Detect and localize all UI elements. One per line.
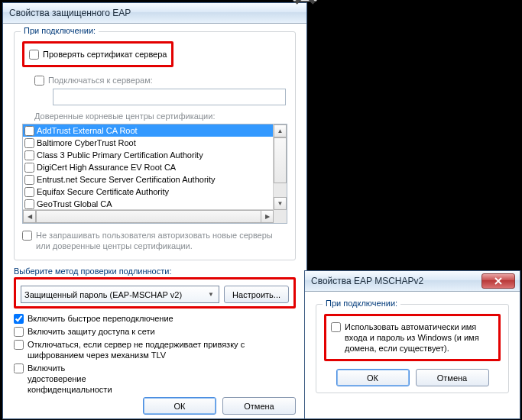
group-legend: При подключении:	[323, 299, 400, 308]
list-item-checkbox[interactable]	[24, 126, 34, 136]
list-item[interactable]: Baltimore CyberTrust Root	[23, 137, 287, 149]
connect-servers-input[interactable]	[34, 76, 44, 86]
scroll-up-icon[interactable]: ▲	[274, 124, 287, 137]
list-item-label: GeoTrust Global CA	[37, 199, 112, 208]
ok-button[interactable]: ОК	[336, 369, 410, 386]
scroll-down-icon[interactable]: ▼	[274, 197, 287, 210]
auto-cred-checkbox[interactable]: Использовать автоматически имя входа и п…	[331, 321, 494, 354]
tlv-checkbox[interactable]: Отключаться, если сервер не поддерживает…	[14, 339, 296, 360]
connect-servers-checkbox[interactable]: Подключаться к серверам:	[34, 75, 287, 86]
validate-cert-input[interactable]	[29, 50, 39, 60]
auto-cred-input[interactable]	[331, 322, 341, 332]
list-item-checkbox[interactable]	[24, 163, 34, 173]
no-prompt-label: Не запрашивать пользователя авторизовать…	[36, 230, 280, 251]
scrollbar-vertical[interactable]: ▲ ▼	[273, 124, 287, 210]
list-item[interactable]: Equifax Secure Certificate Authority	[23, 186, 287, 198]
highlight-auto-cred: Использовать автоматически имя входа и п…	[324, 314, 501, 361]
scrollbar-horizontal[interactable]: ◀ ▶	[23, 209, 274, 223]
no-prompt-input[interactable]	[22, 231, 32, 241]
nap-input[interactable]	[14, 327, 24, 337]
mschapv2-properties-window: Свойства EAP MSCHAPv2 При подключении: И…	[304, 270, 520, 419]
nap-label: Включить защиту доступа к сети	[28, 326, 155, 337]
list-item-label: Baltimore CyberTrust Root	[37, 138, 136, 147]
list-item-label: Entrust.net Secure Server Certification …	[37, 175, 216, 184]
trusted-ca-label: Доверенные корневые центры сертификации:	[34, 111, 287, 121]
configure-button[interactable]: Настроить...	[224, 286, 289, 303]
scroll-left-icon[interactable]: ◀	[23, 210, 36, 223]
auth-method-label: Выберите метод проверки подлинности:	[14, 267, 296, 276]
validate-cert-label: Проверять сертификат сервера	[43, 49, 167, 60]
window-title: Свойства защищенного EAP	[9, 8, 131, 18]
list-item-checkbox[interactable]	[24, 175, 34, 185]
connect-servers-label: Подключаться к серверам:	[48, 75, 153, 86]
connection-group: При подключении: Использовать автоматиче…	[316, 304, 509, 393]
trusted-ca-listbox[interactable]: AddTrust External CA RootBaltimore Cyber…	[22, 124, 287, 224]
fast-reconnect-checkbox[interactable]: Включить быстрое переподключение	[14, 313, 296, 324]
nap-checkbox[interactable]: Включить защиту доступа к сети	[14, 326, 296, 337]
auth-method-value: Защищенный пароль (EAP-MSCHAP v2)	[24, 290, 182, 299]
list-item-checkbox[interactable]	[24, 187, 34, 197]
auth-method-combo[interactable]: Защищенный пароль (EAP-MSCHAP v2) ▼	[21, 286, 219, 303]
list-item[interactable]: GeoTrust Global CA	[23, 198, 287, 210]
scroll-thumb-h[interactable]	[36, 210, 267, 223]
list-item-label: Equifax Secure Certificate Authority	[37, 187, 169, 196]
list-item[interactable]: AddTrust External CA Root	[23, 124, 287, 137]
idpriv-input[interactable]	[14, 363, 24, 373]
validate-cert-checkbox[interactable]: Проверять сертификат сервера	[29, 49, 167, 60]
auto-cred-label: Использовать автоматически имя входа и п…	[345, 321, 494, 354]
scroll-thumb-v[interactable]	[274, 137, 287, 183]
ok-button[interactable]: ОК	[143, 397, 216, 415]
chevron-down-icon[interactable]: ▼	[205, 288, 217, 301]
connection-group: При подключении: Проверять сертификат се…	[14, 31, 296, 260]
idpriv-label: Включить удостоверение конфиденциальност…	[28, 363, 119, 395]
list-item-checkbox[interactable]	[24, 150, 34, 160]
servers-textfield[interactable]	[53, 89, 286, 105]
group-legend: При подключении:	[21, 26, 99, 35]
highlight-auth-row: Защищенный пароль (EAP-MSCHAP v2) ▼ Наст…	[14, 277, 296, 309]
fast-reconnect-input[interactable]	[14, 314, 24, 324]
close-icon[interactable]	[293, 0, 317, 2]
fast-reconnect-label: Включить быстрое переподключение	[28, 313, 173, 324]
cancel-button[interactable]: Отмена	[222, 397, 296, 415]
cancel-button[interactable]: Отмена	[416, 369, 489, 386]
idpriv-checkbox[interactable]: Включить удостоверение конфиденциальност…	[14, 363, 296, 395]
list-item-checkbox[interactable]	[24, 199, 34, 209]
close-icon[interactable]	[481, 273, 515, 289]
list-item-label: Class 3 Public Primary Certification Aut…	[37, 150, 203, 160]
scroll-right-icon[interactable]: ▶	[261, 210, 274, 223]
titlebar[interactable]: Свойства EAP MSCHAPv2	[305, 271, 520, 292]
list-item[interactable]: DigiCert High Assurance EV Root CA	[23, 161, 287, 173]
no-prompt-checkbox[interactable]: Не запрашивать пользователя авторизовать…	[22, 230, 287, 251]
list-item-label: DigiCert High Assurance EV Root CA	[37, 163, 176, 172]
tlv-input[interactable]	[14, 340, 24, 350]
highlight-validate-cert: Проверять сертификат сервера	[22, 41, 173, 67]
window-title: Свойства EAP MSCHAPv2	[311, 276, 423, 286]
list-item-label: AddTrust External CA Root	[37, 126, 138, 135]
list-item[interactable]: Class 3 Public Primary Certification Aut…	[23, 149, 287, 161]
titlebar[interactable]: Свойства защищенного EAP	[3, 3, 306, 24]
list-item-checkbox[interactable]	[24, 138, 34, 148]
scroll-corner	[274, 210, 287, 223]
tlv-label: Отключаться, если сервер не поддерживает…	[28, 339, 280, 360]
peap-properties-window: Свойства защищенного EAP При подключении…	[2, 2, 307, 419]
list-item[interactable]: Entrust.net Secure Server Certification …	[23, 173, 287, 186]
